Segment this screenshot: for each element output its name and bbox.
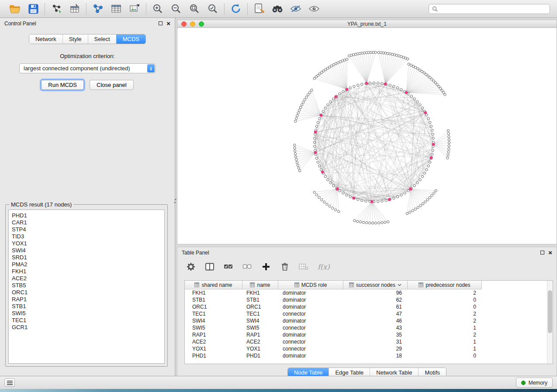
new-table-icon[interactable] — [110, 3, 122, 15]
column-header-name[interactable]: name — [242, 281, 278, 289]
cell-name[interactable]: SWI5 — [242, 325, 278, 331]
mcds-result-item[interactable]: TID3 — [12, 233, 161, 240]
cell-name[interactable]: TEC1 — [242, 311, 278, 317]
cell-predecessor_nodes[interactable]: 0 — [408, 304, 482, 310]
cell-mcds_role[interactable]: dominator — [278, 318, 343, 324]
table-row[interactable]: STB1STB1dominator620 — [185, 296, 553, 303]
float-table-panel-icon[interactable] — [540, 251, 544, 254]
close-table-panel-icon[interactable]: × — [548, 251, 552, 254]
cell-name[interactable]: YOX1 — [242, 346, 278, 352]
cell-shared_name[interactable]: SWI4 — [185, 318, 242, 324]
table-row[interactable]: FKH1FKH1dominator962 — [185, 289, 553, 296]
close-panel-button[interactable]: Close panel — [90, 80, 134, 90]
table-row[interactable]: ORC1ORC1dominator610 — [185, 303, 553, 310]
cell-name[interactable]: FKH1 — [242, 290, 278, 296]
cell-mcds_role[interactable]: connector — [278, 346, 343, 352]
cell-successor_nodes[interactable]: 18 — [343, 353, 408, 359]
mcds-result-item[interactable]: ORC1 — [12, 289, 161, 296]
search-input[interactable] — [440, 6, 547, 12]
cell-mcds_role[interactable]: connector — [278, 325, 343, 331]
cell-successor_nodes[interactable]: 62 — [343, 297, 408, 303]
cell-name[interactable]: PHD1 — [242, 353, 278, 359]
cell-predecessor_nodes[interactable]: 2 — [408, 332, 482, 338]
tab-network[interactable]: Network — [29, 34, 62, 44]
cell-shared_name[interactable]: TEC1 — [185, 311, 242, 317]
mcds-result-item[interactable]: SWI4 — [12, 247, 161, 254]
duplicate-network-icon[interactable] — [253, 3, 265, 15]
table-row[interactable]: SWI5SWI5connector431 — [185, 324, 553, 331]
gear-icon[interactable] — [186, 262, 196, 272]
cell-predecessor_nodes[interactable]: 0 — [408, 353, 482, 359]
cell-successor_nodes[interactable]: 61 — [343, 304, 408, 310]
close-panel-icon[interactable]: × — [166, 21, 170, 25]
mcds-result-list[interactable]: PHD1CAR1STP4TID3YOX1SWI4SRD1PMA2FKH1ACE2… — [8, 210, 165, 364]
open-folder-icon[interactable] — [9, 3, 21, 15]
cell-successor_nodes[interactable]: 47 — [343, 311, 408, 317]
window-close-icon[interactable] — [181, 21, 187, 27]
mcds-result-item[interactable]: PHD1 — [12, 212, 161, 219]
export-image-icon[interactable] — [128, 3, 141, 15]
import-network-from-file-icon[interactable] — [50, 3, 62, 15]
toolbar-search[interactable] — [429, 4, 550, 14]
cell-shared_name[interactable]: ACE2 — [185, 339, 242, 345]
cell-name[interactable]: ORC1 — [242, 304, 278, 310]
table-row[interactable]: ACE2ACE2connector311 — [185, 338, 553, 345]
zoom-in-icon[interactable] — [152, 3, 164, 15]
mcds-result-item[interactable]: PMA2 — [12, 261, 161, 268]
trash-icon[interactable] — [280, 262, 290, 272]
mcds-result-item[interactable]: CAR1 — [12, 219, 161, 226]
cell-name[interactable]: SWI4 — [242, 318, 278, 324]
splitter-handle-icon[interactable]: ◂▸ — [174, 198, 176, 204]
cell-mcds_role[interactable]: dominator — [278, 332, 343, 338]
cell-mcds_role[interactable]: connector — [278, 339, 343, 345]
column-header-predecessor-nodes[interactable]: predecessor nodes — [408, 281, 482, 289]
cell-successor_nodes[interactable]: 96 — [343, 290, 408, 296]
cell-name[interactable]: STB1 — [242, 297, 278, 303]
criterion-dropdown[interactable]: largest connected component (undirected)… — [19, 63, 156, 73]
cell-shared_name[interactable]: FKH1 — [185, 290, 242, 296]
mcds-result-item[interactable]: STB1 — [12, 303, 161, 310]
cell-successor_nodes[interactable]: 46 — [343, 318, 408, 324]
cell-shared_name[interactable]: RAP1 — [185, 332, 242, 338]
cell-successor_nodes[interactable]: 31 — [343, 339, 408, 345]
memory-button[interactable]: Memory — [516, 378, 553, 388]
refresh-icon[interactable] — [230, 3, 242, 15]
table-row[interactable]: RAP1RAP1dominator352 — [185, 331, 553, 338]
show-details-eye-icon[interactable] — [308, 3, 320, 15]
cell-predecessor_nodes[interactable]: 1 — [408, 346, 482, 352]
tab-select[interactable]: Select — [88, 34, 116, 44]
mcds-result-item[interactable]: ACE2 — [12, 275, 161, 282]
cell-name[interactable]: RAP1 — [242, 332, 278, 338]
column-header-MCDS-role[interactable]: MCDS role — [278, 281, 343, 289]
network-titlebar[interactable]: YPA_prune.txt_1 — [177, 20, 557, 28]
mcds-result-item[interactable]: GCR1 — [12, 324, 161, 331]
mcds-result-item[interactable]: YOX1 — [12, 240, 161, 247]
cell-mcds_role[interactable]: dominator — [278, 304, 343, 310]
cell-predecessor_nodes[interactable]: 1 — [408, 325, 482, 331]
mcds-result-item[interactable]: STP4 — [12, 226, 161, 233]
run-mcds-button[interactable]: Run MCDS — [41, 80, 84, 90]
add-column-icon[interactable] — [261, 262, 271, 272]
cell-shared_name[interactable]: STB1 — [185, 297, 242, 303]
zoom-fit-icon[interactable] — [188, 3, 201, 15]
float-panel-icon[interactable] — [159, 21, 163, 25]
window-minimize-icon[interactable] — [190, 21, 195, 27]
mcds-result-item[interactable]: TEC1 — [12, 317, 161, 324]
cell-shared_name[interactable]: YOX1 — [185, 346, 242, 352]
cell-successor_nodes[interactable]: 29 — [343, 346, 408, 352]
mcds-result-item[interactable]: STB5 — [12, 282, 161, 289]
column-header-shared-name[interactable]: shared name — [185, 281, 242, 289]
cell-shared_name[interactable]: SWI5 — [185, 325, 242, 331]
window-maximize-icon[interactable] — [199, 21, 204, 27]
cell-mcds_role[interactable]: dominator — [278, 297, 343, 303]
cell-predecessor_nodes[interactable]: 2 — [408, 318, 482, 324]
hide-details-eye-icon[interactable] — [290, 3, 302, 15]
tab-style[interactable]: Style — [62, 34, 88, 44]
tab-mcds[interactable]: MCDS — [116, 34, 145, 44]
save-icon[interactable] — [27, 3, 39, 15]
cell-name[interactable]: ACE2 — [242, 339, 278, 345]
mcds-result-item[interactable]: FKH1 — [12, 268, 161, 275]
column-header-successor-nodes[interactable]: successor nodes — [343, 281, 408, 289]
scrollbar-thumb[interactable] — [548, 290, 552, 333]
cell-shared_name[interactable]: ORC1 — [185, 304, 242, 310]
